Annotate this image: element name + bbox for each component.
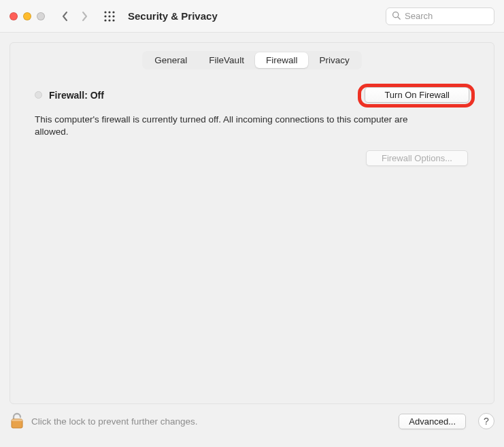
minimize-window-button[interactable] (23, 12, 31, 20)
search-input[interactable] (405, 11, 488, 21)
window-controls (10, 12, 45, 20)
firewall-status-label: Firewall: Off (49, 90, 104, 101)
svg-point-4 (108, 15, 110, 17)
tab-general[interactable]: General (144, 52, 198, 68)
back-button[interactable] (61, 10, 69, 22)
svg-point-2 (112, 11, 114, 13)
nav-arrows (61, 10, 88, 22)
svg-point-3 (104, 15, 106, 17)
svg-point-7 (108, 19, 110, 21)
zoom-window-button[interactable] (37, 12, 45, 20)
firewall-options-button[interactable]: Firewall Options... (366, 150, 468, 166)
segmented-control: General FileVault Firewall Privacy (142, 51, 361, 69)
svg-point-6 (104, 19, 106, 21)
firewall-options-row: Firewall Options... (35, 150, 469, 166)
tab-privacy[interactable]: Privacy (308, 52, 360, 68)
svg-point-8 (112, 19, 114, 21)
svg-point-0 (104, 11, 106, 13)
lock-icon[interactable] (10, 412, 24, 430)
footer-bar: Click the lock to prevent further change… (10, 412, 494, 430)
tab-content: Firewall: Off Turn On Firewall This comp… (10, 69, 494, 166)
window-title: Security & Privacy (128, 10, 218, 22)
turn-on-firewall-button[interactable]: Turn On Firewall (365, 87, 469, 103)
turn-on-firewall-highlight: Turn On Firewall (365, 87, 469, 103)
tab-filevault[interactable]: FileVault (198, 52, 255, 68)
firewall-status-row: Firewall: Off Turn On Firewall (35, 87, 469, 103)
help-button[interactable]: ? (478, 413, 494, 429)
forward-button[interactable] (80, 10, 88, 22)
titlebar: Security & Privacy (0, 0, 504, 33)
show-all-icon[interactable] (103, 10, 116, 22)
svg-rect-12 (12, 419, 22, 421)
close-window-button[interactable] (10, 12, 18, 20)
status-indicator-icon (35, 91, 42, 99)
svg-point-5 (112, 15, 114, 17)
lock-caption: Click the lock to prevent further change… (31, 416, 198, 427)
svg-line-10 (398, 16, 400, 18)
search-icon (392, 10, 401, 22)
tab-bar: General FileVault Firewall Privacy (10, 43, 494, 69)
search-field[interactable] (386, 7, 494, 25)
preferences-panel: General FileVault Firewall Privacy Firew… (10, 42, 494, 404)
advanced-button[interactable]: Advanced... (399, 414, 466, 429)
tab-firewall[interactable]: Firewall (255, 52, 309, 68)
svg-point-1 (108, 11, 110, 13)
firewall-description: This computer's firewall is currently tu… (35, 114, 443, 138)
